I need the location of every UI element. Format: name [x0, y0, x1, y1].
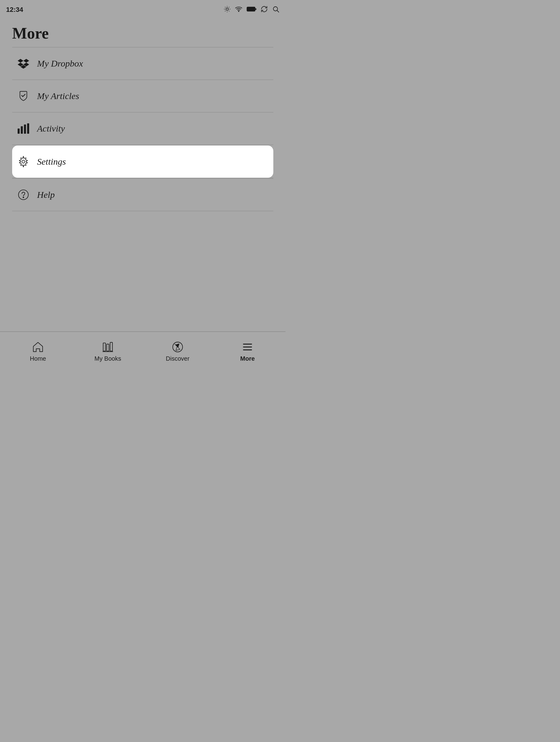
nav-item-more[interactable]: More [213, 337, 282, 365]
wifi-icon [235, 5, 242, 14]
svg-point-19 [18, 190, 28, 200]
home-nav-icon [32, 340, 44, 353]
svg-point-9 [238, 11, 239, 11]
more-nav-icon [241, 340, 254, 353]
svg-rect-21 [103, 343, 106, 351]
svg-rect-23 [110, 342, 113, 351]
activity-icon [16, 121, 31, 136]
svg-line-7 [225, 11, 225, 11]
settings-label: Settings [37, 156, 66, 167]
search-icon[interactable] [272, 5, 279, 14]
activity-label: Activity [37, 123, 65, 134]
menu-item-settings[interactable]: Settings [12, 146, 273, 178]
articles-icon [16, 89, 31, 104]
my-books-nav-label: My Books [95, 355, 121, 362]
main-content: More My Dropbox [0, 18, 285, 211]
svg-line-5 [225, 7, 225, 7]
svg-line-13 [277, 10, 279, 12]
help-label: Help [37, 190, 55, 200]
nav-item-discover[interactable]: Discover [143, 337, 213, 365]
bottom-nav: Home My Books Discover More [0, 331, 285, 371]
svg-rect-17 [27, 123, 29, 134]
discover-nav-label: Discover [166, 355, 189, 362]
page-title: More [12, 24, 273, 42]
status-time: 12:34 [6, 6, 23, 14]
dropbox-label: My Dropbox [37, 58, 83, 69]
battery-icon [246, 6, 256, 13]
menu-item-help[interactable]: Help [12, 179, 273, 211]
sync-icon [261, 5, 268, 14]
discover-nav-icon [171, 340, 184, 353]
brightness-icon [224, 5, 231, 14]
articles-label: My Articles [37, 91, 79, 101]
more-nav-label: More [240, 355, 255, 362]
svg-rect-22 [107, 344, 109, 351]
status-bar: 12:34 [0, 0, 285, 18]
my-books-nav-icon [101, 340, 114, 353]
nav-item-my-books[interactable]: My Books [73, 337, 143, 365]
svg-line-8 [229, 7, 229, 7]
svg-point-0 [226, 8, 228, 10]
svg-rect-15 [21, 126, 23, 134]
dropbox-icon [16, 56, 31, 71]
svg-rect-10 [247, 7, 255, 11]
svg-line-6 [229, 11, 229, 11]
nav-item-home[interactable]: Home [3, 337, 73, 365]
settings-icon [16, 154, 31, 169]
menu-item-activity[interactable]: Activity [12, 112, 273, 145]
menu-item-articles[interactable]: My Articles [12, 80, 273, 112]
svg-point-18 [22, 160, 25, 163]
svg-rect-16 [24, 124, 26, 134]
home-nav-label: Home [30, 355, 46, 362]
svg-rect-11 [256, 8, 256, 10]
menu-item-dropbox[interactable]: My Dropbox [12, 47, 273, 80]
svg-point-20 [23, 197, 24, 198]
svg-rect-14 [18, 128, 20, 134]
help-icon [16, 187, 31, 202]
menu-list: My Dropbox My Articles [12, 47, 273, 211]
status-icons [224, 5, 279, 14]
